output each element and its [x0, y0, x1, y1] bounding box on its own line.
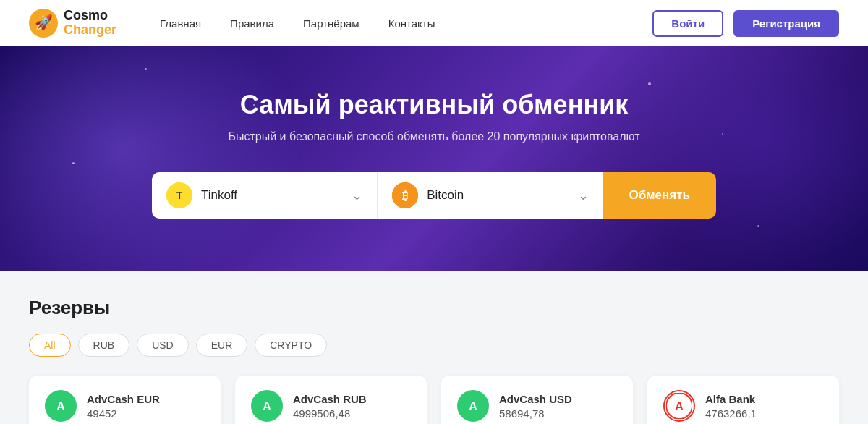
advcash-rub-icon: A: [251, 390, 283, 422]
svg-text:A: A: [56, 400, 65, 412]
exchange-bar: Т Tinkoff ⌄ ₿ Bitcoin ⌄ Обменять: [152, 172, 716, 219]
reserve-card-alfa: A Alfa Bank 4763266,1: [647, 376, 839, 424]
advcash-eur-amount: 49452: [87, 407, 160, 420]
filter-rub[interactable]: RUB: [78, 334, 130, 357]
svg-text:Т: Т: [176, 190, 183, 201]
to-currency-label: Bitcoin: [427, 188, 569, 203]
advcash-rub-name: AdvCash RUB: [293, 393, 367, 405]
reserves-section: Резервы All RUB USD EUR CRYPTO A AdvCash…: [0, 271, 868, 424]
decorative-star: [757, 225, 760, 227]
svg-text:🚀: 🚀: [35, 14, 53, 31]
svg-text:A: A: [263, 400, 271, 412]
nav-contacts[interactable]: Контакты: [388, 17, 435, 30]
from-currency-select[interactable]: Т Tinkoff ⌄: [152, 172, 377, 219]
header: 🚀 Cosmo Changer Главная Правила Партнёра…: [0, 0, 868, 46]
svg-text:A: A: [675, 400, 684, 412]
advcash-rub-info: AdvCash RUB 4999506,48: [293, 393, 367, 420]
advcash-usd-amount: 58694,78: [499, 407, 572, 420]
tinkoff-icon: Т: [166, 182, 192, 208]
decorative-star: [72, 162, 75, 164]
reserve-card-advcash-rub: A AdvCash RUB 4999506,48: [235, 376, 427, 424]
advcash-usd-name: AdvCash USD: [499, 393, 572, 405]
logo-text: Cosmo Changer: [64, 9, 116, 38]
filter-all[interactable]: All: [29, 334, 71, 357]
nav-partners[interactable]: Партнёрам: [303, 17, 359, 30]
advcash-eur-icon: A: [45, 390, 77, 422]
register-button[interactable]: Регистрация: [733, 10, 839, 37]
reserve-card-advcash-usd: A AdvCash USD 58694,78: [441, 376, 633, 424]
reserves-title: Резервы: [29, 297, 839, 319]
header-actions: Войти Регистрация: [652, 10, 839, 37]
from-currency-label: Tinkoff: [201, 188, 343, 203]
from-chevron-icon: ⌄: [352, 187, 362, 203]
reserve-card-advcash-eur: A AdvCash EUR 49452: [29, 376, 221, 424]
filter-tabs: All RUB USD EUR CRYPTO: [29, 334, 839, 357]
alfa-bank-name: Alfa Bank: [705, 393, 757, 405]
bitcoin-icon: ₿: [392, 182, 418, 208]
to-currency-select[interactable]: ₿ Bitcoin ⌄: [377, 172, 603, 219]
advcash-eur-name: AdvCash EUR: [87, 393, 160, 405]
filter-usd[interactable]: USD: [137, 334, 189, 357]
logo-changer: Changer: [64, 23, 116, 38]
advcash-usd-icon: A: [457, 390, 489, 422]
alfa-bank-amount: 4763266,1: [705, 407, 757, 420]
advcash-rub-amount: 4999506,48: [293, 407, 367, 420]
exchange-button[interactable]: Обменять: [603, 172, 717, 219]
hero-title: Самый реактивный обменник: [29, 90, 839, 120]
to-chevron-icon: ⌄: [578, 187, 589, 203]
filter-eur[interactable]: EUR: [196, 334, 248, 357]
hero-section: Самый реактивный обменник Быстрый и безо…: [0, 46, 868, 271]
alfa-bank-info: Alfa Bank 4763266,1: [705, 393, 757, 420]
svg-text:₿: ₿: [402, 190, 408, 202]
logo: 🚀 Cosmo Changer: [29, 9, 116, 38]
nav-rules[interactable]: Правила: [230, 17, 274, 30]
hero-subtitle: Быстрый и безопасный способ обменять бол…: [29, 130, 839, 143]
svg-text:A: A: [469, 400, 477, 412]
reserve-cards: A AdvCash EUR 49452 A AdvCash RUB 499950…: [29, 376, 839, 424]
advcash-eur-info: AdvCash EUR 49452: [87, 393, 160, 420]
logo-cosmo: Cosmo: [64, 9, 116, 23]
logo-rocket-icon: 🚀: [29, 9, 58, 38]
advcash-usd-info: AdvCash USD 58694,78: [499, 393, 572, 420]
decorative-star: [648, 82, 651, 85]
alfa-bank-icon: A: [663, 390, 695, 422]
main-nav: Главная Правила Партнёрам Контакты: [160, 17, 652, 30]
login-button[interactable]: Войти: [652, 10, 723, 37]
filter-crypto[interactable]: CRYPTO: [255, 334, 327, 357]
decorative-star: [145, 68, 147, 70]
nav-home[interactable]: Главная: [160, 17, 201, 30]
